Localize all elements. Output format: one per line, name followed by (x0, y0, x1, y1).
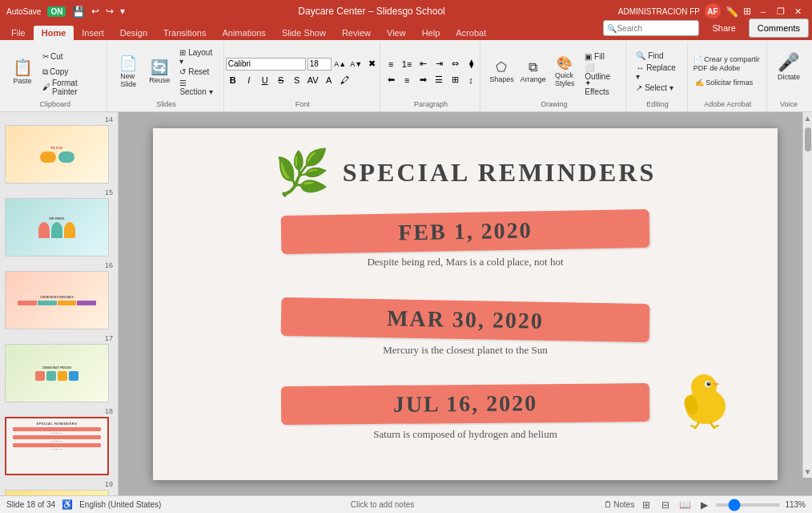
convert-smartart-button[interactable]: ⧫ (464, 57, 478, 71)
text-direction-button[interactable]: ⇔ (448, 57, 462, 71)
layout-button[interactable]: ⊞ Layout ▾ (176, 50, 218, 64)
reuse-button[interactable]: 🔄 Reuse (145, 48, 174, 96)
cut-icon: ✂ (42, 52, 49, 61)
comments-button[interactable]: Comments (749, 18, 809, 38)
pen-icon[interactable]: ✏️ (726, 6, 738, 18)
paste-button[interactable]: 📋 Paste (8, 48, 37, 96)
slide-thumb-17[interactable]: COMING NEXT PROCESS (5, 344, 109, 402)
tab-file[interactable]: File (3, 26, 34, 40)
highlight-button[interactable]: 🖍 (338, 73, 352, 87)
autosave-badge[interactable]: ON (47, 6, 66, 17)
bold-button[interactable]: B (226, 73, 240, 87)
paste-label: Paste (13, 77, 31, 85)
tab-insert[interactable]: Insert (74, 26, 112, 40)
close-button[interactable]: ✕ (791, 4, 806, 18)
request-signatures-button[interactable]: ✍ Solicitar firmas (692, 75, 764, 90)
italic-button[interactable]: I (242, 73, 256, 87)
cut-button[interactable]: ✂ Cut (39, 50, 102, 64)
font-format-row: B I U S S AV A 🖍 (226, 73, 380, 87)
font-size-input[interactable] (308, 58, 332, 71)
notes-button[interactable]: 🗒 Notes (604, 500, 635, 509)
new-slide-button[interactable]: 📄 NewSlide (114, 48, 143, 96)
create-pdf-button[interactable]: 📄 Crear y compartir PDF de Adobe (692, 54, 764, 75)
language-label[interactable]: English (United States) (79, 500, 161, 509)
normal-view-button[interactable]: ⊞ (639, 498, 653, 512)
scroll-up-arrow[interactable]: ▲ (802, 112, 812, 124)
scroll-thumb[interactable] (805, 127, 811, 151)
tab-home[interactable]: Home (34, 26, 74, 40)
right-scrollbar[interactable]: ▲ ▼ (802, 112, 812, 478)
copy-button[interactable]: ⧉ Copy (39, 65, 102, 79)
slide-thumb-16[interactable]: OUR MONTHLY FORECASTS (5, 271, 109, 329)
slide-num-14: 14 FETCH (5, 115, 113, 184)
slide-thumb-18[interactable]: SPECIAL REMINDERS text text text text te… (5, 417, 109, 475)
slide-thumb-15[interactable]: KID SPACE (5, 198, 109, 256)
editing-label: Editing (646, 100, 669, 110)
clear-format-icon[interactable]: ✖ (365, 57, 380, 71)
slide-sorter-button[interactable]: ⊟ (658, 498, 673, 512)
slide-panel[interactable]: 14 FETCH 15 KID SPACE (0, 112, 119, 495)
shapes-button[interactable]: ⬠ Shapes (487, 48, 516, 96)
tab-slideshow[interactable]: Slide Show (274, 26, 334, 40)
format-painter-button[interactable]: 🖌 Format Painter (39, 80, 102, 95)
dictate-button[interactable]: 🎤 Dictate (774, 43, 803, 91)
reading-view-button[interactable]: 📖 (677, 498, 692, 512)
column-button[interactable]: ⊞ (448, 73, 462, 87)
zoom-level[interactable]: 113% (785, 500, 806, 509)
font-color-button[interactable]: A (322, 73, 336, 87)
tab-view[interactable]: View (379, 26, 414, 40)
align-right-button[interactable]: ➡ (416, 73, 430, 87)
restore-button[interactable]: ❐ (774, 4, 788, 18)
tab-review[interactable]: Review (334, 26, 379, 40)
redo-icon[interactable]: ↪ (106, 6, 114, 17)
quick-styles-button[interactable]: 🎨 QuickStyles (550, 48, 579, 96)
numbering-button[interactable]: 1≡ (400, 57, 414, 71)
font-size-down-icon[interactable]: A▼ (349, 57, 364, 71)
scroll-down-arrow[interactable]: ▼ (802, 466, 812, 478)
replace-button[interactable]: ↔ Replace ▾ (633, 65, 681, 79)
search-box[interactable]: 🔍 (603, 20, 699, 36)
save-icon[interactable]: 💾 (72, 6, 85, 18)
decrease-indent-button[interactable]: ⇤ (416, 57, 430, 71)
slide-thumb-14[interactable]: FETCH (5, 125, 109, 184)
font-size-up-icon[interactable]: A▲ (333, 57, 348, 71)
share-button[interactable]: Share (704, 18, 743, 38)
select-button[interactable]: ↗ Select ▾ (633, 81, 681, 95)
strikethrough-button[interactable]: S (274, 73, 288, 87)
tab-design[interactable]: Design (112, 26, 155, 40)
find-button[interactable]: 🔍 Find (633, 49, 681, 63)
shape-outline-button[interactable]: ⬜ Outline (581, 65, 621, 79)
underline-button[interactable]: U (258, 73, 272, 87)
char-spacing-button[interactable]: AV (306, 73, 320, 87)
notes-label[interactable]: Click to add notes (351, 500, 415, 509)
align-center-button[interactable]: ≡ (400, 73, 414, 87)
user-avatar[interactable]: AF (705, 3, 721, 19)
shape-effects-button[interactable]: ✦ Effects (581, 80, 621, 95)
section-button[interactable]: ☰ Section ▾ (176, 80, 218, 95)
arrange-icon: ⧉ (529, 61, 537, 74)
accessibility-icon[interactable]: ♿ (62, 499, 73, 510)
zoom-slider[interactable] (716, 503, 780, 507)
justify-button[interactable]: ☰ (432, 73, 446, 87)
tab-help[interactable]: Help (414, 26, 448, 40)
undo-icon[interactable]: ↩ (91, 6, 99, 17)
tab-animations[interactable]: Animations (214, 26, 273, 40)
align-left-button[interactable]: ⬅ (384, 73, 398, 87)
shadow-button[interactable]: S (290, 73, 304, 87)
ribbon-collapse-icon[interactable]: ⊞ (743, 6, 751, 17)
shape-fill-button[interactable]: ▣ Fill (581, 50, 621, 64)
svg-point-4 (709, 382, 710, 384)
line-spacing-button[interactable]: ↕ (464, 73, 478, 87)
tab-acrobat[interactable]: Acrobat (448, 26, 494, 40)
customize-icon[interactable]: ▾ (120, 6, 125, 17)
search-input[interactable] (617, 24, 681, 33)
arrange-button[interactable]: ⧉ Arrange (518, 48, 548, 96)
slide-thumb-19[interactable]: THINGS 🧸 (5, 490, 109, 495)
reset-button[interactable]: ↺ Reset (176, 65, 218, 79)
font-name-input[interactable] (226, 58, 306, 71)
slideshow-button[interactable]: ▶ (697, 498, 711, 512)
bullets-button[interactable]: ≡ (384, 57, 398, 71)
increase-indent-button[interactable]: ⇥ (432, 57, 446, 71)
tab-transitions[interactable]: Transitions (155, 26, 214, 40)
minimize-button[interactable]: – (756, 4, 770, 18)
